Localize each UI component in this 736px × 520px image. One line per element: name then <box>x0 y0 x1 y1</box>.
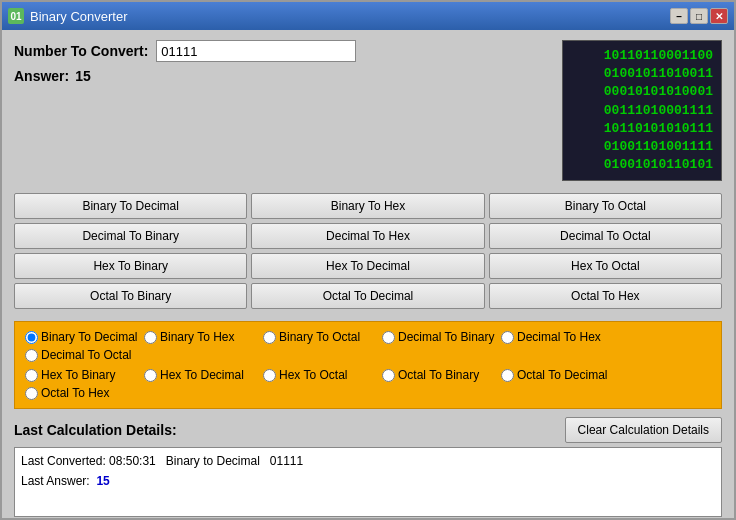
btn-binary-to-octal[interactable]: Binary To Octal <box>489 193 722 219</box>
radio-item-4: Decimal To Hex <box>501 330 616 344</box>
btn-hex-to-decimal[interactable]: Hex To Decimal <box>251 253 484 279</box>
number-input[interactable] <box>156 40 356 62</box>
radio-item-5: Decimal To Octal <box>25 348 140 362</box>
close-button[interactable]: ✕ <box>710 8 728 24</box>
maximize-button[interactable]: □ <box>690 8 708 24</box>
last-converted-op: Binary to Decimal <box>166 454 260 468</box>
radio-item-11: Octal To Hex <box>25 386 140 400</box>
radio-row-1: Binary To Decimal Binary To Hex Binary T… <box>25 330 711 362</box>
title-bar-left: 01 Binary Converter <box>8 8 128 24</box>
last-converted-label: Last Converted: <box>21 454 106 468</box>
app-icon: 01 <box>8 8 24 24</box>
last-answer-value: 15 <box>96 474 109 488</box>
minimize-button[interactable]: – <box>670 8 688 24</box>
answer-row: Answer: 15 <box>14 68 356 84</box>
last-converted-value: 01111 <box>270 454 303 468</box>
radio-label-2: Binary To Octal <box>279 330 360 344</box>
radio-octal-to-decimal[interactable] <box>501 369 514 382</box>
answer-value: 15 <box>75 68 91 84</box>
radio-binary-to-hex[interactable] <box>144 331 157 344</box>
binary-line-7: 01001010110101 <box>571 156 713 174</box>
radio-label-8: Hex To Octal <box>279 368 347 382</box>
title-bar-controls: – □ ✕ <box>670 8 728 24</box>
calc-header-row: Last Calculation Details: Clear Calculat… <box>14 417 722 443</box>
radio-item-9: Octal To Binary <box>382 368 497 382</box>
window-title: Binary Converter <box>30 9 128 24</box>
main-content: Number To Convert: Answer: 15 1011011000… <box>2 30 734 520</box>
radio-octal-to-hex[interactable] <box>25 387 38 400</box>
input-area: Number To Convert: Answer: 15 <box>14 40 356 84</box>
radio-item-10: Octal To Decimal <box>501 368 616 382</box>
radio-item-6: Hex To Binary <box>25 368 140 382</box>
btn-decimal-to-octal[interactable]: Decimal To Octal <box>489 223 722 249</box>
binary-line-5: 10110101010111 <box>571 120 713 138</box>
radio-label-4: Decimal To Hex <box>517 330 601 344</box>
title-bar: 01 Binary Converter – □ ✕ <box>2 2 734 30</box>
btn-hex-to-binary[interactable]: Hex To Binary <box>14 253 247 279</box>
radio-binary-to-decimal[interactable] <box>25 331 38 344</box>
top-section: Number To Convert: Answer: 15 1011011000… <box>14 40 722 181</box>
input-label: Number To Convert: <box>14 43 148 59</box>
btn-decimal-to-hex[interactable]: Decimal To Hex <box>251 223 484 249</box>
answer-label: Answer: <box>14 68 69 84</box>
radio-item-2: Binary To Octal <box>263 330 378 344</box>
clear-calculation-button[interactable]: Clear Calculation Details <box>565 417 722 443</box>
radio-label-7: Hex To Decimal <box>160 368 244 382</box>
input-row: Number To Convert: <box>14 40 356 62</box>
radio-hex-to-octal[interactable] <box>263 369 276 382</box>
last-answer-label: Last Answer: <box>21 474 90 488</box>
binary-line-2: 01001011010011 <box>571 65 713 83</box>
binary-line-3: 00010101010001 <box>571 83 713 101</box>
radio-row-2: Hex To Binary Hex To Decimal Hex To Octa… <box>25 368 711 400</box>
radio-hex-to-decimal[interactable] <box>144 369 157 382</box>
main-window: 01 Binary Converter – □ ✕ Number To Conv… <box>0 0 736 520</box>
radio-label-1: Binary To Hex <box>160 330 234 344</box>
radio-hex-to-binary[interactable] <box>25 369 38 382</box>
radio-octal-to-binary[interactable] <box>382 369 395 382</box>
bottom-section: Last Calculation Details: Clear Calculat… <box>14 417 722 517</box>
radio-label-3: Decimal To Binary <box>398 330 494 344</box>
radio-decimal-to-hex[interactable] <box>501 331 514 344</box>
btn-binary-to-hex[interactable]: Binary To Hex <box>251 193 484 219</box>
last-answer-line: Last Answer: 15 <box>21 472 715 491</box>
binary-line-4: 00111010001111 <box>571 102 713 120</box>
radio-item-8: Hex To Octal <box>263 368 378 382</box>
radio-label-10: Octal To Decimal <box>517 368 607 382</box>
binary-line-1: 10110110001100 <box>571 47 713 65</box>
radio-item-7: Hex To Decimal <box>144 368 259 382</box>
radio-label-9: Octal To Binary <box>398 368 479 382</box>
radio-item-0: Binary To Decimal <box>25 330 140 344</box>
btn-decimal-to-binary[interactable]: Decimal To Binary <box>14 223 247 249</box>
binary-line-6: 01001101001111 <box>571 138 713 156</box>
last-converted-line: Last Converted: 08:50:31 Binary to Decim… <box>21 452 715 471</box>
radio-decimal-to-binary[interactable] <box>382 331 395 344</box>
btn-octal-to-binary[interactable]: Octal To Binary <box>14 283 247 309</box>
btn-hex-to-octal[interactable]: Hex To Octal <box>489 253 722 279</box>
radio-label-0: Binary To Decimal <box>41 330 137 344</box>
calc-details-box: Last Converted: 08:50:31 Binary to Decim… <box>14 447 722 517</box>
radio-item-1: Binary To Hex <box>144 330 259 344</box>
binary-art-display: 10110110001100 01001011010011 0001010101… <box>562 40 722 181</box>
radio-label-5: Decimal To Octal <box>41 348 131 362</box>
radio-binary-to-octal[interactable] <box>263 331 276 344</box>
radio-label-11: Octal To Hex <box>41 386 109 400</box>
radio-section: Binary To Decimal Binary To Hex Binary T… <box>14 321 722 409</box>
radio-label-6: Hex To Binary <box>41 368 115 382</box>
btn-octal-to-hex[interactable]: Octal To Hex <box>489 283 722 309</box>
conversion-buttons-grid: Binary To Decimal Binary To Hex Binary T… <box>14 193 722 309</box>
calc-details-title: Last Calculation Details: <box>14 422 177 438</box>
btn-octal-to-decimal[interactable]: Octal To Decimal <box>251 283 484 309</box>
last-converted-time: 08:50:31 <box>109 454 156 468</box>
btn-binary-to-decimal[interactable]: Binary To Decimal <box>14 193 247 219</box>
radio-decimal-to-octal[interactable] <box>25 349 38 362</box>
radio-item-3: Decimal To Binary <box>382 330 497 344</box>
